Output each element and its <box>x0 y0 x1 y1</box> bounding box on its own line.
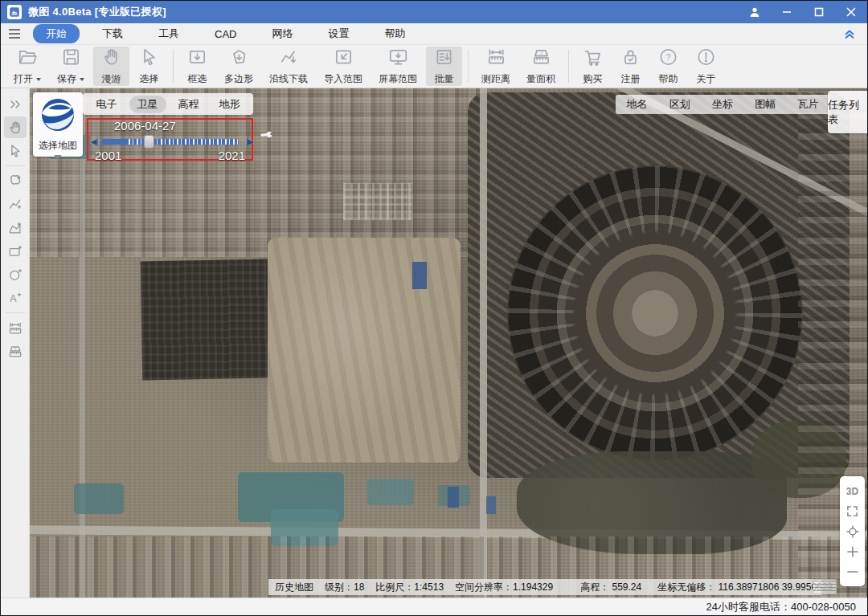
screen-range-label: 屏幕范围 <box>379 72 417 86</box>
polyline-download-button[interactable]: 沿线下载 <box>262 47 315 86</box>
menu-item-download[interactable]: 下载 <box>89 24 136 43</box>
map-feature-road-vertical-left <box>80 88 85 598</box>
sidebar-separator <box>6 165 25 166</box>
select-button[interactable]: 选择 <box>131 47 167 86</box>
polygon-download-button[interactable]: 多边形 <box>217 47 260 86</box>
user-account-icon[interactable] <box>739 1 771 23</box>
history-timeline: 2006-04-27 ◀▏ ▕▶ 2001 2021 <box>87 118 253 161</box>
batch-button[interactable]: 批量 <box>426 47 462 86</box>
buy-button[interactable]: 购买 <box>575 47 611 86</box>
map-feature-excavation <box>141 259 272 381</box>
app-logo-icon <box>7 5 22 19</box>
box-select-button[interactable]: 框选 <box>179 47 215 86</box>
status-elevation: 高程： 559.24 <box>580 581 641 594</box>
about-icon <box>695 47 717 71</box>
open-label: 打开 <box>14 72 33 86</box>
map-feature-teal-patch <box>74 483 124 514</box>
close-button[interactable] <box>835 1 867 23</box>
menu-item-tools[interactable]: 工具 <box>145 24 192 43</box>
sidebar-select-button[interactable] <box>4 140 27 161</box>
timeline-settings-wrench-icon[interactable] <box>260 129 274 146</box>
sidebar-separator <box>6 312 25 313</box>
collapse-ribbon-icon[interactable] <box>832 28 867 39</box>
draw-circle-button[interactable] <box>4 263 27 285</box>
fullscreen-icon[interactable] <box>842 501 863 521</box>
save-icon <box>60 47 82 71</box>
measure-distance-button[interactable]: 测距离 <box>474 47 518 86</box>
measure-area-button[interactable]: ? 量面积 <box>519 47 563 86</box>
timeline-track[interactable] <box>101 139 239 145</box>
minimize-button[interactable] <box>771 1 803 23</box>
sidebar-measure-area-button[interactable]: ? <box>4 341 27 362</box>
chevron-down-icon <box>54 155 62 159</box>
polyline-download-label: 沿线下载 <box>269 72 308 86</box>
map-feature-blue-roof <box>412 262 427 289</box>
expand-sidebar-icon[interactable] <box>4 93 27 115</box>
timeline-handle[interactable] <box>144 135 154 149</box>
timeline-current-date: 2006-04-27 <box>114 119 176 133</box>
register-button[interactable]: 注册 <box>612 47 649 86</box>
timeline-step-forward-icon[interactable]: ▕▶ <box>240 137 250 146</box>
hamburger-menu-icon[interactable] <box>1 28 28 39</box>
menu-item-cad[interactable]: CAD <box>202 26 249 43</box>
scale-widget <box>813 579 837 594</box>
status-coordinates: 坐标无偏移： 116.38971806 39.9950623 <box>657 581 833 594</box>
import-range-button[interactable]: 导入范围 <box>317 47 370 86</box>
draw-rect-button[interactable] <box>4 240 27 262</box>
draw-area-button[interactable] <box>4 217 27 239</box>
pan-button[interactable]: 漫游 <box>93 47 129 86</box>
zoom-in-icon[interactable] <box>842 541 863 561</box>
sidebar-pan-button[interactable] <box>4 116 27 138</box>
open-button[interactable]: 打开 <box>6 47 48 86</box>
toggle-mapsheet[interactable]: 图幅 <box>755 97 776 112</box>
select-label: 选择 <box>140 72 159 86</box>
register-label: 注册 <box>621 72 641 86</box>
batch-icon <box>433 47 455 71</box>
timeline-slider-row: ◀▏ ▕▶ <box>90 135 250 148</box>
map-type-tabs: 电子 卫星 高程 地形 <box>83 93 253 115</box>
help-label: 帮助 <box>659 72 678 86</box>
menu-item-help[interactable]: 帮助 <box>371 24 418 43</box>
timeline-start-year: 2001 <box>95 149 121 162</box>
add-text-button[interactable]: A <box>4 287 27 308</box>
maximize-button[interactable] <box>803 1 835 23</box>
polygon-icon <box>228 47 250 71</box>
locate-icon[interactable] <box>842 521 863 541</box>
screen-range-button[interactable]: 屏幕范围 <box>371 47 424 86</box>
help-button[interactable]: ? 帮助 <box>650 47 686 86</box>
menu-item-settings[interactable]: 设置 <box>315 24 362 43</box>
toggle-districts[interactable]: 区划 <box>669 97 690 112</box>
tab-electronic[interactable]: 电子 <box>88 96 125 113</box>
status-scale: 比例尺：1:4513 <box>375 581 444 594</box>
map-feature-stadium-spokes <box>507 165 803 461</box>
draw-polygon-button[interactable] <box>4 170 27 192</box>
dropdown-caret-icon <box>80 78 84 81</box>
polygon-download-label: 多边形 <box>224 72 253 86</box>
measure-area-icon: ? <box>530 47 552 71</box>
timeline-end-year: 2021 <box>219 149 245 162</box>
menu-item-network[interactable]: 网络 <box>259 24 305 43</box>
buy-label: 购买 <box>583 72 603 86</box>
zoom-out-icon[interactable] <box>842 561 863 581</box>
help-icon: ? <box>657 47 679 71</box>
toggle-tiles[interactable]: 瓦片 <box>797 97 818 112</box>
task-list-panel[interactable]: 任务列表 <box>828 91 867 133</box>
hand-icon <box>100 47 122 71</box>
toggle-3d-button[interactable]: 3D <box>842 481 863 501</box>
sidebar-measure-distance-button[interactable] <box>4 317 27 339</box>
toggle-coordinates[interactable]: 坐标 <box>712 97 733 112</box>
tab-satellite[interactable]: 卫星 <box>129 96 166 113</box>
menu-item-start[interactable]: 开始 <box>33 24 80 43</box>
tab-terrain[interactable]: 地形 <box>211 96 248 113</box>
dropdown-caret-icon <box>36 78 41 81</box>
about-button[interactable]: 关于 <box>688 47 724 86</box>
map-nav-panel: 3D <box>840 476 865 586</box>
satellite-map-canvas[interactable]: 选择地图 电子 卫星 高程 地形 2006-04-27 ◀▏ ▕▶ 2001 2… <box>30 88 867 598</box>
draw-polyline-button[interactable] <box>4 194 27 215</box>
map-switcher[interactable]: 选择地图 <box>33 92 83 157</box>
map-feature-teal-patch <box>367 479 414 505</box>
timeline-step-back-icon[interactable]: ◀▏ <box>90 137 100 146</box>
tab-elevation[interactable]: 高程 <box>170 96 207 113</box>
save-button[interactable]: 保存 <box>50 47 92 86</box>
toggle-placenames[interactable]: 地名 <box>627 97 648 112</box>
